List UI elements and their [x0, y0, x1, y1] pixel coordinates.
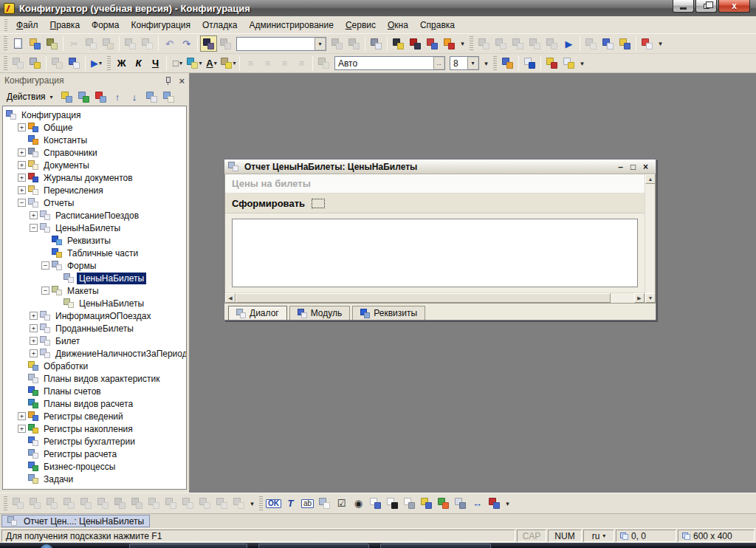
help-search-button[interactable] — [407, 35, 424, 52]
align-justify-button[interactable]: ≡ — [293, 55, 310, 72]
insert-ok-button-button[interactable]: OK — [265, 496, 282, 512]
save-config-button[interactable] — [10, 55, 27, 72]
expand-icon[interactable]: + — [18, 174, 26, 182]
tab-dialog[interactable]: Диалог — [228, 306, 287, 320]
tree-item-dokumenty[interactable]: +Документы — [3, 159, 186, 171]
tree-item-tseny-na-bilety[interactable]: −ЦеныНаБилеты — [3, 222, 186, 234]
menu-form[interactable]: Форма — [86, 18, 125, 32]
redo-button[interactable]: ↷ — [178, 35, 195, 52]
find-next-button[interactable] — [217, 35, 234, 52]
tree-item-obrabotki[interactable]: Обработки — [3, 360, 186, 372]
font-name-combobox-ellipsis-button[interactable]: ... — [433, 57, 444, 69]
insert-list-button[interactable] — [367, 496, 384, 512]
insert-splitter-button[interactable]: ↔ — [469, 496, 486, 512]
help-1c-button[interactable] — [441, 35, 458, 52]
tree-item-configuration[interactable]: Конфигурация — [3, 109, 186, 121]
bold-button[interactable]: Ж — [113, 55, 130, 72]
expand-icon[interactable]: + — [30, 349, 38, 357]
tree-item-registry-bukhgalterii[interactable]: Регистры бухгалтерии — [3, 435, 186, 448]
minimize-button[interactable] — [673, 0, 694, 13]
tree-item-raspisanie-poezdov[interactable]: +РасписаниеПоездов — [3, 209, 186, 222]
dialog-maximize-button[interactable]: □ — [627, 162, 639, 172]
menu-help[interactable]: Справка — [414, 18, 461, 32]
font-size-combobox-dropdown-button[interactable]: ▾ — [467, 57, 478, 69]
toolbar-grip[interactable] — [4, 36, 7, 51]
align-right-button[interactable]: ≡ — [276, 55, 293, 72]
italic-button[interactable]: К — [130, 55, 147, 72]
tree-item-formy[interactable]: −Формы — [3, 259, 186, 272]
search-combobox[interactable]: ▾ — [236, 37, 326, 51]
tree-item-perechisleniya[interactable]: +Перечисления — [3, 184, 186, 196]
expand-icon[interactable]: + — [18, 186, 26, 194]
form-title-label[interactable]: Цены на билеты — [225, 174, 645, 193]
tree-item-makety[interactable]: −Макеты — [3, 284, 186, 297]
horizontal-scrollbar[interactable]: ◀ ▶ — [225, 292, 645, 303]
tree-item-registry-nakopleniya[interactable]: +Регистры накопления — [3, 422, 186, 435]
frame-3d-button[interactable] — [315, 55, 332, 72]
add-button[interactable] — [58, 89, 75, 105]
expand-icon[interactable]: + — [30, 312, 38, 320]
format-overflow-button[interactable]: ▾ — [481, 56, 491, 71]
menu-administration[interactable]: Администрирование — [243, 18, 339, 32]
collapse-icon[interactable]: − — [41, 261, 49, 270]
copy-button[interactable] — [83, 35, 100, 52]
collapse-icon[interactable]: − — [30, 224, 38, 232]
wizard-button[interactable] — [543, 55, 560, 72]
vertical-scrollbar[interactable]: ▲ ▼ — [645, 174, 655, 303]
toolbar-grip[interactable] — [4, 56, 7, 71]
scroll-left-button[interactable]: ◀ — [225, 293, 236, 303]
show-table-button[interactable] — [616, 35, 633, 52]
continue-debug-button[interactable]: ▶ — [560, 35, 577, 52]
grow-to-grid-button[interactable] — [179, 496, 196, 512]
fill-color-button[interactable]: ▾ — [186, 55, 203, 72]
expand-icon[interactable]: + — [18, 123, 26, 131]
print-preview-button[interactable] — [139, 35, 156, 52]
insert-field-button[interactable]: ab — [299, 496, 316, 512]
close-button[interactable]: x — [718, 0, 750, 13]
align-centers-v-button[interactable] — [78, 496, 94, 512]
language-indicator[interactable]: ru▾ — [583, 530, 614, 542]
tree-item-prodannye-bilety[interactable]: +ПроданныеБилеты — [3, 322, 186, 335]
font-size-combobox-value[interactable]: 8 — [450, 58, 467, 69]
tree-item-konstanty[interactable]: Константы — [3, 134, 186, 146]
font-name-combobox-value[interactable]: Авто — [335, 58, 433, 69]
toolbar-grip[interactable] — [4, 496, 7, 511]
center-in-form-v-button[interactable] — [213, 496, 230, 512]
pin-icon[interactable] — [164, 76, 172, 86]
help-overflow-button[interactable]: ▾ — [458, 36, 467, 51]
toolbar-grip[interactable] — [470, 36, 473, 51]
borders-button[interactable]: □▾ — [169, 55, 186, 72]
tree-item-biznes-protsessy[interactable]: Бизнес-процессы — [3, 460, 186, 473]
tree-item-zhurnaly-dokumentov[interactable]: +Журналы документов — [3, 171, 186, 184]
font-size-combobox[interactable]: 8▾ — [450, 56, 479, 70]
undo-button[interactable]: ↶ — [161, 35, 178, 52]
tree-item-bilet[interactable]: +Билет — [3, 335, 186, 347]
expand-icon[interactable]: + — [18, 412, 26, 420]
insert-label-button[interactable]: T — [282, 496, 299, 512]
paste-button[interactable] — [100, 35, 117, 52]
menu-debug[interactable]: Отладка — [196, 18, 243, 32]
menu-windows[interactable]: Окна — [382, 18, 414, 32]
tree-item-spravochniki[interactable]: +Справочники — [3, 146, 186, 159]
search-combobox-dropdown-button[interactable]: ▾ — [315, 38, 326, 50]
toolbar-grip[interactable] — [493, 56, 497, 71]
collapse-icon[interactable]: − — [41, 287, 49, 295]
underline-button[interactable]: Ч — [147, 55, 164, 72]
menu-service[interactable]: Сервис — [340, 18, 382, 32]
scroll-up-button[interactable]: ▲ — [645, 174, 656, 184]
insert-radio-button[interactable]: ◉ — [350, 496, 367, 512]
tree-item-zadachi[interactable]: Задачи — [3, 473, 186, 485]
run-to-cursor-button[interactable] — [526, 35, 543, 52]
insert-panel-button[interactable] — [452, 496, 469, 512]
restore-button[interactable] — [695, 0, 717, 13]
insert-table-button[interactable] — [316, 496, 333, 512]
sort-button[interactable] — [143, 89, 160, 105]
insert-view-button[interactable] — [486, 496, 503, 512]
dialog-titlebar[interactable]: Отчет ЦеныНаБилеты: ЦеныНаБилеты – □ × — [224, 160, 656, 174]
filter-button[interactable] — [160, 89, 177, 105]
tree-item-obshchie[interactable]: +Общие — [3, 121, 186, 134]
same-height-button[interactable] — [128, 496, 145, 512]
collapse-icon[interactable]: − — [18, 199, 26, 207]
space-vertically-button[interactable] — [162, 496, 179, 512]
performance-button[interactable] — [639, 35, 656, 52]
